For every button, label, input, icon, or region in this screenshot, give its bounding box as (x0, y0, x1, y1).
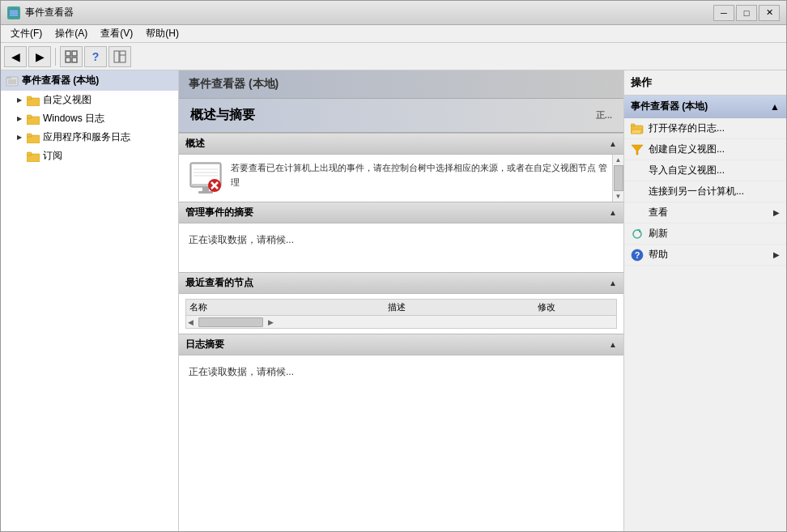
menu-action[interactable]: 操作(A) (49, 25, 94, 42)
action-item-connect[interactable]: 连接到另一台计算机... (624, 181, 786, 202)
help-submenu-arrow: ▶ (773, 250, 780, 259)
recent-nodes-scrollbar[interactable]: ◀ ▶ (185, 316, 617, 329)
action-item-import-view[interactable]: 导入自定义视图... (624, 160, 786, 181)
svg-rect-2 (10, 12, 18, 14)
menu-view[interactable]: 查看(V) (94, 25, 139, 42)
overview-scrollbar[interactable]: ▲ ▼ (612, 155, 623, 202)
panel-button[interactable] (108, 46, 131, 67)
section-title-log-summary: 日志摘要 (185, 338, 224, 351)
title-bar: 事件查看器 ─ □ ✕ (1, 1, 786, 25)
close-button[interactable]: ✕ (759, 5, 780, 21)
log-summary-loading: 正在读取数据，请稍候... (189, 362, 614, 382)
toolbar-separator-1 (55, 48, 56, 66)
svg-rect-4 (66, 51, 70, 56)
action-label-import-view: 导入自定义视图... (649, 164, 725, 177)
section-overview: 概述 ▲ (179, 133, 623, 202)
center-header: 事件查看器 (本地) (179, 70, 623, 99)
svg-rect-9 (120, 51, 125, 62)
menu-help[interactable]: 帮助(H) (139, 25, 185, 42)
center-panel: 事件查看器 (本地) 概述与摘要 正... 概述 ▲ (179, 70, 624, 531)
svg-rect-35 (631, 124, 635, 126)
back-button[interactable]: ◀ (4, 46, 27, 67)
tree-arrow-windows-log: ▶ (17, 115, 23, 122)
actions-header: 操作 (624, 70, 786, 96)
action-label-create-view: 创建自定义视图... (649, 143, 725, 156)
tree-item-windows-log[interactable]: ▶ Windows 日志 (1, 109, 178, 128)
main-area: 事件查看器 (本地) ▶ 自定义视图 ▶ Windows 日志 (1, 70, 786, 531)
collapse-arrow-manage-summary: ▲ (609, 208, 617, 217)
tree-item-label-windows-log: Windows 日志 (43, 112, 104, 126)
window-title: 事件查看器 (25, 6, 74, 19)
svg-rect-23 (27, 152, 32, 155)
section-header-manage-summary[interactable]: 管理事件的摘要 ▲ (179, 202, 623, 223)
col-name: 名称 (189, 301, 339, 313)
tree-item-custom-views[interactable]: ▶ 自定义视图 (1, 91, 178, 109)
svg-rect-19 (27, 115, 32, 118)
action-label-connect: 连接到另一台计算机... (649, 185, 744, 198)
title-bar-left: 事件查看器 (7, 6, 74, 19)
menu-bar: 文件(F) 操作(A) 查看(V) 帮助(H) (1, 25, 786, 43)
center-sub-header: 概述与摘要 正... (179, 99, 623, 133)
tree-arrow-app-service-log: ▶ (17, 134, 23, 141)
menu-file[interactable]: 文件(F) (4, 25, 49, 42)
collapse-arrow-recent-nodes: ▲ (609, 279, 617, 287)
section-header-recent-nodes[interactable]: 最近查看的节点 ▲ (179, 272, 623, 294)
action-section-header-local[interactable]: 事件查看器 (本地) ▲ (624, 96, 786, 118)
help-icon: ? (631, 249, 644, 262)
section-title-overview: 概述 (185, 137, 205, 151)
view-submenu-arrow: ▶ (773, 208, 780, 217)
right-panel: 操作 事件查看器 (本地) ▲ 打开保存的日志... (624, 70, 786, 531)
tree-item-subscriptions[interactable]: ▶ 订阅 (1, 147, 178, 165)
svg-rect-7 (72, 57, 77, 62)
recent-nodes-table-header: 名称 描述 修改 (185, 299, 617, 316)
tree-item-label-app-service-log: 应用程序和服务日志 (43, 130, 130, 144)
section-log-summary: 日志摘要 ▲ 正在读取数据，请稍候... (179, 334, 623, 404)
overview-text: 若要查看已在计算机上出现的事件，请在控制台树中选择相应的来源，或者在自定义视图节… (231, 161, 614, 189)
action-section-title-local: 事件查看器 (本地) (631, 100, 708, 113)
action-item-open-log[interactable]: 打开保存的日志... (624, 118, 786, 139)
action-label-open-log: 打开保存的日志... (649, 121, 725, 135)
tree-header: 事件查看器 (本地) (1, 70, 178, 91)
section-recent-nodes: 最近查看的节点 ▲ 名称 描述 修改 ◀ ▶ (179, 272, 623, 334)
grid-button[interactable] (60, 46, 83, 67)
left-panel: 事件查看器 (本地) ▶ 自定义视图 ▶ Windows 日志 (1, 70, 179, 531)
tree-item-app-service-log[interactable]: ▶ 应用程序和服务日志 (1, 128, 178, 147)
action-label-refresh: 刷新 (649, 227, 668, 240)
help-toolbar-button[interactable]: ? (84, 46, 107, 67)
center-content: 概述 ▲ (179, 133, 623, 531)
collapse-arrow-overview: ▲ (609, 139, 617, 148)
tree-header-label: 事件查看器 (本地) (22, 74, 99, 87)
section-manage-summary: 管理事件的摘要 ▲ 正在读取数据，请稍候... (179, 202, 623, 272)
svg-rect-29 (202, 187, 209, 191)
folder-icon-subscriptions (27, 151, 40, 162)
svg-rect-1 (10, 11, 18, 12)
main-window: 事件查看器 ─ □ ✕ 文件(F) 操作(A) 查看(V) 帮助(H) ◀ ▶ … (0, 0, 787, 532)
folder-icon-windows-log (27, 113, 40, 125)
toolbar: ◀ ▶ ? (1, 43, 786, 70)
manage-summary-loading: 正在读取数据，请稍候... (189, 230, 614, 250)
forward-button[interactable]: ▶ (28, 46, 51, 67)
filter-icon (631, 143, 644, 156)
svg-rect-8 (114, 51, 119, 62)
section-header-overview[interactable]: 概述 ▲ (179, 133, 623, 155)
section-header-log-summary[interactable]: 日志摘要 ▲ (179, 334, 623, 355)
section-body-manage-summary: 正在读取数据，请稍候... (179, 223, 623, 272)
maximize-button[interactable]: □ (736, 5, 757, 21)
section-body-log-summary: 正在读取数据，请稍候... (179, 355, 623, 404)
tree-item-label-custom-views: 自定义视图 (43, 93, 91, 107)
action-item-create-view[interactable]: 创建自定义视图... (624, 139, 786, 160)
section-body-recent-nodes: 名称 描述 修改 ◀ ▶ (179, 294, 623, 334)
action-item-help[interactable]: ? 帮助 ▶ (624, 245, 786, 266)
collapse-arrow-log-summary: ▲ (609, 340, 617, 349)
overview-icon (189, 161, 223, 195)
col-mod: 修改 (538, 301, 613, 313)
action-item-view[interactable]: 查看 ▶ (624, 202, 786, 223)
svg-text:?: ? (635, 250, 640, 260)
svg-rect-6 (66, 57, 70, 62)
folder-open-icon (631, 122, 644, 135)
col-desc: 描述 (388, 301, 538, 313)
minimize-button[interactable]: ─ (713, 5, 734, 21)
action-item-refresh[interactable]: 刷新 (624, 223, 786, 245)
section-body-overview: 若要查看已在计算机上出现的事件，请在控制台树中选择相应的来源，或者在自定义视图节… (179, 155, 623, 202)
center-sub-header-label: 概述与摘要 (190, 107, 255, 124)
